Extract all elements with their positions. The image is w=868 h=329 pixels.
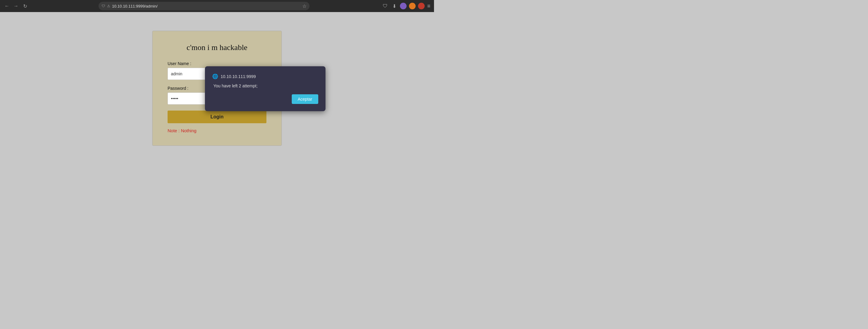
- download-icon[interactable]: ⬇: [391, 3, 398, 9]
- reload-button[interactable]: ↻: [22, 3, 28, 9]
- login-title: c'mon i m hackable: [167, 43, 267, 52]
- alert-dialog: 🌐 10.10.10.111:9999 You have left 2 atte…: [205, 66, 326, 111]
- globe-icon: 🌐: [212, 73, 218, 79]
- address-bar-text[interactable]: 10.10.10.111:9999/admin/: [112, 4, 301, 8]
- bookmark-icon[interactable]: ☆: [302, 3, 307, 9]
- address-bar-container: 🛡 ⚠ 10.10.10.111:9999/admin/ ☆: [98, 2, 310, 10]
- browser-menu-button[interactable]: ≡: [427, 3, 430, 9]
- shield-toolbar-icon[interactable]: 🛡: [382, 3, 389, 9]
- username-label: User Name :: [167, 61, 267, 66]
- shield-icon: 🛡: [101, 4, 105, 8]
- back-button[interactable]: ←: [4, 3, 10, 9]
- browser-toolbar: 🛡 ⬇ ≡: [382, 3, 430, 9]
- forward-button[interactable]: →: [13, 3, 19, 9]
- avatar-red[interactable]: [418, 3, 425, 9]
- warning-icon: ⚠: [107, 4, 110, 8]
- dialog-actions: Aceptar: [212, 94, 318, 104]
- main-content: c'mon i m hackable User Name : Password …: [0, 12, 434, 164]
- avatar-orange[interactable]: [409, 3, 415, 9]
- dialog-message: You have left 2 attempt;: [212, 84, 318, 88]
- dialog-header: 🌐 10.10.10.111:9999: [212, 73, 318, 79]
- login-button[interactable]: Login: [167, 110, 267, 123]
- avatar-purple[interactable]: [400, 3, 407, 9]
- browser-chrome: ← → ↻ 🛡 ⚠ 10.10.10.111:9999/admin/ ☆ 🛡 ⬇…: [0, 0, 434, 12]
- note-text: Note : Nothing: [167, 128, 196, 133]
- aceptar-button[interactable]: Aceptar: [292, 94, 318, 104]
- dialog-domain: 10.10.10.111:9999: [221, 74, 256, 79]
